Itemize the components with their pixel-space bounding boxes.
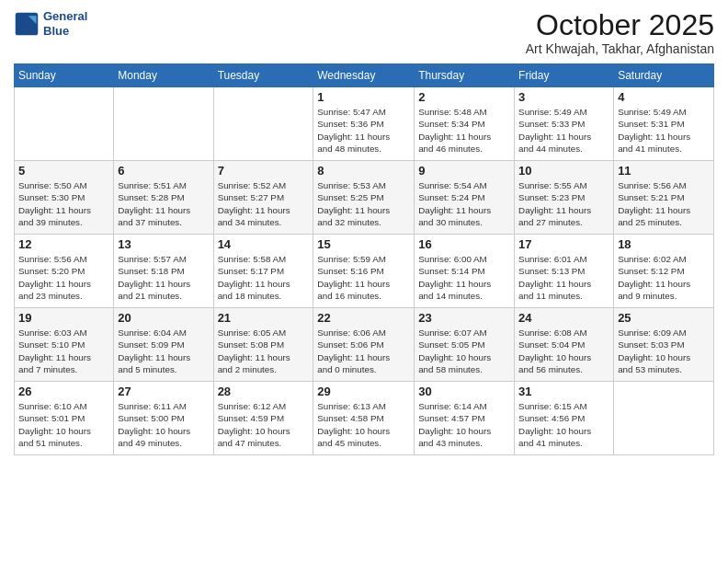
day-number: 6 [118,164,209,178]
calendar-cell: 19Sunrise: 6:03 AM Sunset: 5:10 PM Dayli… [15,308,114,382]
day-info: Sunrise: 5:58 AM Sunset: 5:17 PM Dayligh… [218,253,310,302]
day-info: Sunrise: 6:04 AM Sunset: 5:09 PM Dayligh… [118,327,209,375]
day-info: Sunrise: 6:01 AM Sunset: 5:13 PM Dayligh… [518,253,609,302]
day-number: 12 [18,237,109,251]
day-info: Sunrise: 5:56 AM Sunset: 5:21 PM Dayligh… [618,179,710,228]
calendar-cell: 6Sunrise: 5:51 AM Sunset: 5:28 PM Daylig… [114,161,213,235]
day-info: Sunrise: 6:08 AM Sunset: 5:04 PM Dayligh… [518,327,609,375]
calendar-cell: 29Sunrise: 6:13 AM Sunset: 4:58 PM Dayli… [313,382,415,455]
day-info: Sunrise: 5:49 AM Sunset: 5:33 PM Dayligh… [518,106,609,155]
day-info: Sunrise: 6:05 AM Sunset: 5:08 PM Dayligh… [218,327,310,375]
weekday-header-monday: Monday [114,64,213,87]
day-number: 31 [518,385,609,398]
day-number: 25 [618,311,710,325]
calendar-cell: 17Sunrise: 6:01 AM Sunset: 5:13 PM Dayli… [515,235,614,308]
day-info: Sunrise: 6:07 AM Sunset: 5:05 PM Dayligh… [418,327,510,375]
logo: General Blue [14,9,87,38]
logo-text: General Blue [43,9,87,38]
day-number: 21 [218,311,310,325]
day-number: 15 [317,237,410,251]
calendar-cell: 7Sunrise: 5:52 AM Sunset: 5:27 PM Daylig… [213,161,313,235]
day-number: 5 [18,164,109,178]
day-number: 23 [418,311,510,325]
day-info: Sunrise: 6:15 AM Sunset: 4:56 PM Dayligh… [518,400,609,449]
day-number: 10 [518,164,609,178]
calendar-week-row: 26Sunrise: 6:10 AM Sunset: 5:01 PM Dayli… [15,382,714,455]
calendar-cell: 31Sunrise: 6:15 AM Sunset: 4:56 PM Dayli… [515,382,614,455]
day-number: 19 [18,311,109,325]
weekday-header-friday: Friday [515,64,614,87]
day-number: 22 [317,311,410,325]
calendar-cell: 20Sunrise: 6:04 AM Sunset: 5:09 PM Dayli… [114,308,213,382]
page-header: General Blue October 2025 Art Khwajah, T… [14,9,714,56]
calendar-cell: 3Sunrise: 5:49 AM Sunset: 5:33 PM Daylig… [515,87,614,161]
day-number: 4 [618,90,710,104]
day-info: Sunrise: 6:00 AM Sunset: 5:14 PM Dayligh… [418,253,510,302]
day-number: 24 [518,311,609,325]
day-number: 16 [418,237,510,251]
day-info: Sunrise: 6:03 AM Sunset: 5:10 PM Dayligh… [18,327,109,375]
calendar-week-row: 19Sunrise: 6:03 AM Sunset: 5:10 PM Dayli… [15,308,714,382]
day-number: 13 [118,237,209,251]
day-info: Sunrise: 5:51 AM Sunset: 5:28 PM Dayligh… [118,179,209,228]
day-info: Sunrise: 5:53 AM Sunset: 5:25 PM Dayligh… [317,179,410,228]
calendar-cell: 25Sunrise: 6:09 AM Sunset: 5:03 PM Dayli… [614,308,714,382]
day-info: Sunrise: 5:48 AM Sunset: 5:34 PM Dayligh… [418,106,510,155]
day-info: Sunrise: 5:52 AM Sunset: 5:27 PM Dayligh… [218,179,310,228]
day-number: 29 [317,385,410,398]
day-info: Sunrise: 6:06 AM Sunset: 5:06 PM Dayligh… [317,327,410,375]
calendar-cell: 18Sunrise: 6:02 AM Sunset: 5:12 PM Dayli… [614,235,714,308]
day-info: Sunrise: 5:49 AM Sunset: 5:31 PM Dayligh… [618,106,710,155]
day-number: 28 [218,385,310,398]
calendar-cell [213,87,313,161]
day-info: Sunrise: 5:55 AM Sunset: 5:23 PM Dayligh… [518,179,609,228]
day-number: 17 [518,237,609,251]
calendar-cell: 16Sunrise: 6:00 AM Sunset: 5:14 PM Dayli… [415,235,515,308]
calendar-cell: 1Sunrise: 5:47 AM Sunset: 5:36 PM Daylig… [313,87,415,161]
calendar-table: SundayMondayTuesdayWednesdayThursdayFrid… [14,63,714,455]
logo-icon [14,11,40,37]
day-number: 18 [618,237,710,251]
calendar-cell: 13Sunrise: 5:57 AM Sunset: 5:18 PM Dayli… [114,235,213,308]
calendar-location: Art Khwajah, Takhar, Afghanistan [526,41,714,56]
calendar-cell: 27Sunrise: 6:11 AM Sunset: 5:00 PM Dayli… [114,382,213,455]
calendar-cell: 12Sunrise: 5:56 AM Sunset: 5:20 PM Dayli… [15,235,114,308]
day-number: 7 [218,164,310,178]
calendar-cell: 14Sunrise: 5:58 AM Sunset: 5:17 PM Dayli… [213,235,313,308]
weekday-header-saturday: Saturday [614,64,714,87]
calendar-cell: 24Sunrise: 6:08 AM Sunset: 5:04 PM Dayli… [515,308,614,382]
day-number: 11 [618,164,710,178]
calendar-cell [614,382,714,455]
day-info: Sunrise: 5:50 AM Sunset: 5:30 PM Dayligh… [18,179,109,228]
day-number: 27 [118,385,209,398]
day-info: Sunrise: 6:09 AM Sunset: 5:03 PM Dayligh… [618,327,710,375]
day-number: 3 [518,90,609,104]
day-number: 14 [218,237,310,251]
day-number: 9 [418,164,510,178]
weekday-header-sunday: Sunday [15,64,114,87]
calendar-week-row: 5Sunrise: 5:50 AM Sunset: 5:30 PM Daylig… [15,161,714,235]
day-info: Sunrise: 5:59 AM Sunset: 5:16 PM Dayligh… [317,253,410,302]
day-number: 26 [18,385,109,398]
calendar-cell: 15Sunrise: 5:59 AM Sunset: 5:16 PM Dayli… [313,235,415,308]
calendar-cell: 11Sunrise: 5:56 AM Sunset: 5:21 PM Dayli… [614,161,714,235]
day-number: 2 [418,90,510,104]
weekday-header-thursday: Thursday [415,64,515,87]
day-info: Sunrise: 6:10 AM Sunset: 5:01 PM Dayligh… [18,400,109,449]
day-info: Sunrise: 5:57 AM Sunset: 5:18 PM Dayligh… [118,253,209,302]
weekday-header-tuesday: Tuesday [213,64,313,87]
calendar-cell: 8Sunrise: 5:53 AM Sunset: 5:25 PM Daylig… [313,161,415,235]
calendar-cell: 4Sunrise: 5:49 AM Sunset: 5:31 PM Daylig… [614,87,714,161]
calendar-header-row: SundayMondayTuesdayWednesdayThursdayFrid… [15,64,714,87]
calendar-cell: 10Sunrise: 5:55 AM Sunset: 5:23 PM Dayli… [515,161,614,235]
calendar-cell [15,87,114,161]
calendar-cell: 5Sunrise: 5:50 AM Sunset: 5:30 PM Daylig… [15,161,114,235]
weekday-header-wednesday: Wednesday [313,64,415,87]
day-info: Sunrise: 6:11 AM Sunset: 5:00 PM Dayligh… [118,400,209,449]
day-info: Sunrise: 5:47 AM Sunset: 5:36 PM Dayligh… [317,106,410,155]
day-info: Sunrise: 6:14 AM Sunset: 4:57 PM Dayligh… [418,400,510,449]
day-number: 20 [118,311,209,325]
day-number: 8 [317,164,410,178]
calendar-cell [114,87,213,161]
calendar-title: October 2025 [526,9,714,41]
